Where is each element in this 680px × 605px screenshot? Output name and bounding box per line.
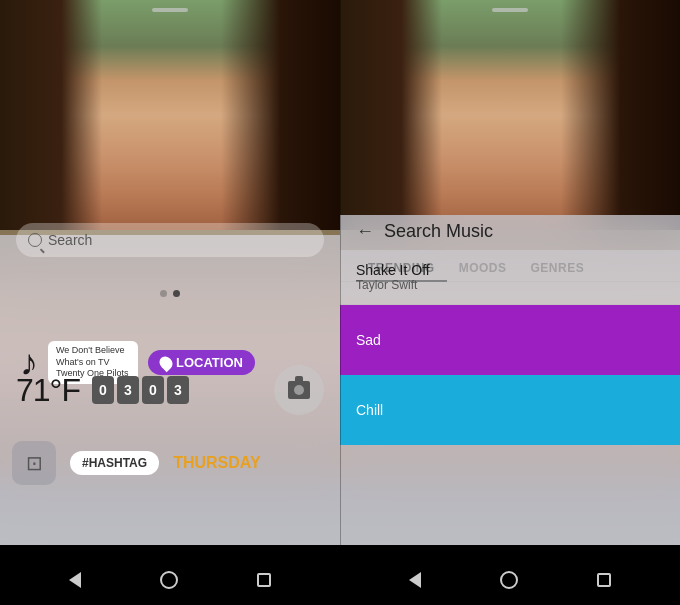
digit-3b: 3 bbox=[167, 376, 189, 404]
recents-square-icon bbox=[257, 573, 271, 587]
mood-chill-bar[interactable]: Chill bbox=[340, 375, 680, 445]
song-title: Shake It Off bbox=[356, 262, 664, 278]
nav-left bbox=[0, 555, 340, 605]
hashtag-sticker[interactable]: #HASHTAG bbox=[70, 451, 159, 475]
music-results: Shake It Off Taylor Swift Sad Chill bbox=[340, 250, 680, 545]
photo-booth-sticker[interactable]: ⊡ bbox=[12, 441, 56, 485]
music-search-title: Search Music bbox=[384, 221, 493, 242]
back-button[interactable]: ← bbox=[356, 221, 374, 242]
back-triangle-icon bbox=[69, 572, 81, 588]
drag-handle-right[interactable] bbox=[492, 8, 528, 12]
nav-back-left[interactable] bbox=[69, 572, 81, 588]
face-photo-left bbox=[0, 0, 340, 230]
face-photo-right bbox=[340, 0, 680, 230]
camera-button[interactable] bbox=[274, 365, 324, 415]
temperature-sticker[interactable]: 71°F bbox=[16, 372, 80, 409]
photo-icon: ⊡ bbox=[26, 451, 43, 475]
mood-sad-label: Sad bbox=[356, 332, 381, 348]
flip-clock-sticker[interactable]: 0 3 0 3 bbox=[92, 376, 189, 404]
home-circle-icon-r bbox=[500, 571, 518, 589]
home-circle-icon bbox=[160, 571, 178, 589]
recents-square-icon-r bbox=[597, 573, 611, 587]
drag-handle-left[interactable] bbox=[152, 8, 188, 12]
right-panel: ← Search Music TRENDING MOODS GENRES Sha… bbox=[340, 0, 680, 545]
thursday-sticker[interactable]: THURSDAY bbox=[173, 454, 260, 472]
nav-recents-left[interactable] bbox=[257, 573, 271, 587]
nav-home-right[interactable] bbox=[500, 571, 518, 589]
digit-3: 3 bbox=[117, 376, 139, 404]
music-search-header: ← Search Music bbox=[340, 213, 680, 250]
mood-chill-label: Chill bbox=[356, 402, 383, 418]
panel-divider bbox=[340, 0, 341, 605]
nav-right bbox=[340, 555, 680, 605]
camera-icon bbox=[288, 381, 310, 399]
digit-0: 0 bbox=[92, 376, 114, 404]
left-panel: Search ♪ We Don't Believe What's on TV T… bbox=[0, 0, 340, 545]
mood-sad-bar[interactable]: Sad bbox=[340, 305, 680, 375]
artist-name: Taylor Swift bbox=[356, 278, 664, 292]
nav-back-right[interactable] bbox=[409, 572, 421, 588]
nav-recents-right[interactable] bbox=[597, 573, 611, 587]
digit-0b: 0 bbox=[142, 376, 164, 404]
back-triangle-icon-r bbox=[409, 572, 421, 588]
sticker-bottom-row2: ⊡ #HASHTAG THURSDAY bbox=[0, 441, 340, 485]
sticker-bottom-row: 71°F 0 3 0 3 bbox=[0, 365, 340, 415]
music-result-shake-it-off[interactable]: Shake It Off Taylor Swift bbox=[340, 250, 680, 305]
nav-home-left[interactable] bbox=[160, 571, 178, 589]
screens-row: Search ♪ We Don't Believe What's on TV T… bbox=[0, 0, 680, 555]
